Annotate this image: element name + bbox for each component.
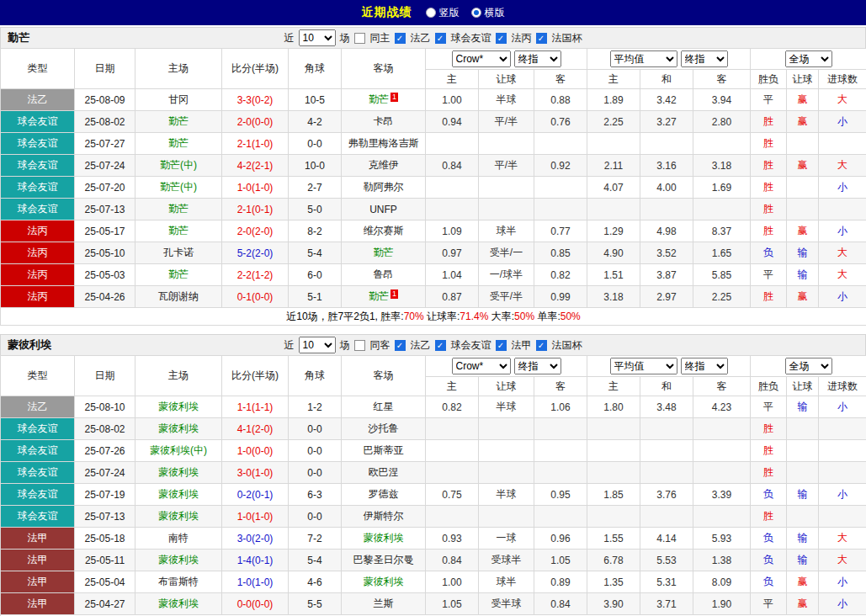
page-title: 近期战绩 xyxy=(362,5,412,20)
result-goals-text: 小 xyxy=(837,290,847,302)
view-mode-options: 竖版横版 xyxy=(426,6,505,20)
match-row: 球会友谊25-08-02蒙彼利埃4-1(2-0)0-0沙托鲁胜 xyxy=(1,418,866,440)
games-count-select[interactable]: 10 xyxy=(299,337,336,353)
odds-company-select[interactable]: Crow* xyxy=(452,358,511,374)
result-group-scope: 全场 xyxy=(751,49,866,70)
avg-home: 1.35 xyxy=(587,571,640,593)
same-side-filter[interactable]: 同客 xyxy=(354,338,390,353)
league-badge: 法丙 xyxy=(1,220,75,242)
sub-column-header: 主 xyxy=(587,377,640,396)
league-filter-0[interactable]: ✓法乙 xyxy=(395,31,431,45)
result-goals: 大 xyxy=(819,550,866,571)
league-checkbox[interactable]: ✓ xyxy=(496,33,507,44)
home-team: 蒙彼利埃 xyxy=(135,484,222,506)
away-team-name: 勒阿弗尔 xyxy=(364,181,404,193)
league-checkbox[interactable]: ✓ xyxy=(536,340,547,351)
home-team: 蒙彼利埃 xyxy=(135,396,222,418)
red-card-badge: 1 xyxy=(390,289,398,299)
away-team: 罗德兹 xyxy=(342,484,426,506)
away-team: 维尔赛斯 xyxy=(342,220,426,242)
same-side-checkbox[interactable] xyxy=(354,340,365,351)
corner-score: 0-0 xyxy=(289,506,342,528)
result-wdl-text: 负 xyxy=(763,532,773,544)
result-goals-text: 小 xyxy=(837,597,847,609)
odds-stage-select[interactable]: 终指 xyxy=(514,358,561,374)
odds-company-select[interactable]: Crow* xyxy=(452,50,511,67)
home-team: 勤芒(中) xyxy=(135,177,222,199)
avg-odds-select[interactable]: 平均值 xyxy=(610,358,677,374)
sub-column-header: 和 xyxy=(640,70,693,89)
league-badge: 法甲 xyxy=(1,550,75,571)
odds-handicap: 一球 xyxy=(479,528,534,550)
away-team-name: 勤芒 xyxy=(374,247,394,258)
home-team: 蒙彼利埃 xyxy=(135,593,222,615)
avg-away: 2.80 xyxy=(693,111,751,133)
scope-select[interactable]: 全场 xyxy=(785,358,832,374)
home-team-name: 蒙彼利埃 xyxy=(158,510,199,522)
result-handicap-text: 输 xyxy=(798,554,808,566)
corner-score: 0-0 xyxy=(289,418,342,440)
radio-icon[interactable] xyxy=(426,8,436,18)
score: 3-3(0-2) xyxy=(222,89,289,111)
odds-handicap xyxy=(479,199,534,220)
avg-draw: 3.27 xyxy=(640,111,693,133)
avg-stage-select[interactable]: 终指 xyxy=(681,358,728,374)
result-wdl: 胜 xyxy=(751,418,787,440)
result-handicap: 输 xyxy=(787,550,819,571)
corner-score: 6-3 xyxy=(289,484,342,506)
avg-stage-select[interactable]: 终指 xyxy=(681,50,728,67)
odds-away: 0.82 xyxy=(534,264,587,286)
games-label: 场 xyxy=(340,31,350,45)
league-filter-2[interactable]: ✓法甲 xyxy=(496,338,532,353)
match-row: 法丙25-05-17勤芒2-0(2-0)8-2维尔赛斯1.09球半0.771.2… xyxy=(1,220,866,242)
odds-away: 0.95 xyxy=(534,484,587,506)
sub-column-header: 和 xyxy=(640,377,693,396)
scope-select[interactable]: 全场 xyxy=(785,50,832,67)
results-table: 类型日期主场比分(半场)角球客场Crow*终指平均值终指全场主让球客主和客胜负让… xyxy=(0,48,866,326)
avg-odds-select[interactable]: 平均值 xyxy=(610,50,677,67)
summary-cell: 近10场，胜7平2负1, 胜率:70% 让球率:71.4% 大率:50% 单率:… xyxy=(1,308,866,326)
same-side-checkbox[interactable] xyxy=(354,33,365,44)
league-filter-0[interactable]: ✓法乙 xyxy=(395,338,431,353)
home-team-name: 甘冈 xyxy=(168,93,189,105)
league-checkbox[interactable]: ✓ xyxy=(395,33,406,44)
view-option-1[interactable]: 横版 xyxy=(471,6,505,20)
away-team-name: 勤芒 xyxy=(369,290,389,302)
sub-column-header: 胜负 xyxy=(751,70,787,89)
league-checkbox[interactable]: ✓ xyxy=(435,340,446,351)
avg-away xyxy=(693,462,751,484)
odds-handicap: 受球半 xyxy=(479,550,534,571)
corner-score: 5-0 xyxy=(289,199,342,220)
column-header: 角球 xyxy=(289,356,342,396)
avg-draw xyxy=(640,506,693,528)
league-badge: 法甲 xyxy=(1,593,75,615)
odds-home: 0.93 xyxy=(426,528,479,550)
away-team: 卡昂 xyxy=(342,111,426,133)
same-side-filter[interactable]: 同主 xyxy=(354,31,390,45)
odds-stage-select[interactable]: 终指 xyxy=(514,50,561,67)
league-filter-1[interactable]: ✓球会友谊 xyxy=(435,338,491,353)
away-team-name: 巴黎圣日尔曼 xyxy=(353,554,414,566)
league-filter-3[interactable]: ✓法国杯 xyxy=(536,338,582,353)
league-checkbox[interactable]: ✓ xyxy=(496,340,507,351)
games-count-select[interactable]: 10 xyxy=(299,29,336,46)
league-checkbox[interactable]: ✓ xyxy=(395,340,406,351)
league-checkbox[interactable]: ✓ xyxy=(536,33,547,44)
league-checkbox[interactable]: ✓ xyxy=(435,33,446,44)
odds-away xyxy=(534,462,587,484)
home-team-name: 南特 xyxy=(168,532,189,544)
league-filter-3[interactable]: ✓法国杯 xyxy=(536,31,582,45)
league-filter-2[interactable]: ✓法丙 xyxy=(496,31,532,45)
sub-column-header: 主 xyxy=(426,70,479,89)
match-date: 25-07-20 xyxy=(75,177,135,199)
league-filter-1[interactable]: ✓球会友谊 xyxy=(435,31,491,45)
home-team-name: 勤芒 xyxy=(168,225,189,236)
odds-home: 1.00 xyxy=(426,89,479,111)
result-handicap-text: 赢 xyxy=(798,290,808,302)
league-badge: 球会友谊 xyxy=(1,199,75,220)
match-date: 25-05-18 xyxy=(75,528,135,550)
view-option-0[interactable]: 竖版 xyxy=(426,6,460,20)
radio-icon[interactable] xyxy=(471,8,481,18)
match-date: 25-07-19 xyxy=(75,484,135,506)
away-team-name: UNFP xyxy=(369,204,397,215)
